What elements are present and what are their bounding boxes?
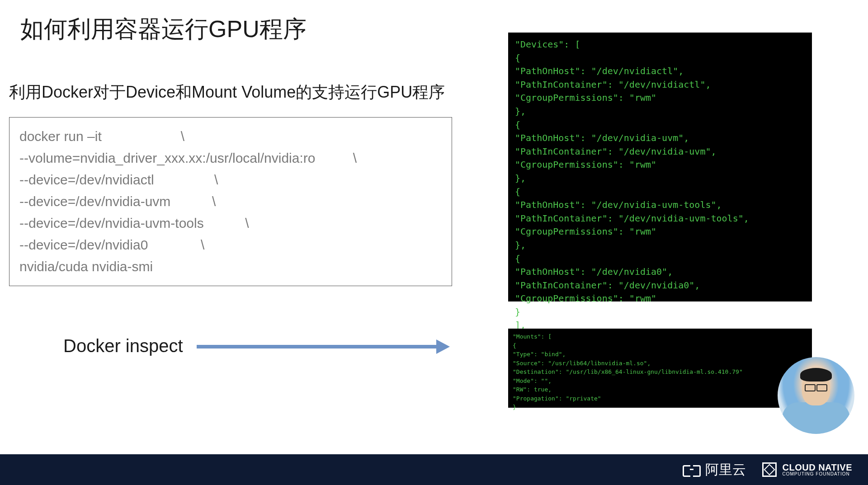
term-line: { <box>515 52 805 65</box>
cmd-line-5: --device=/dev/nvidia-uvm-tools \ <box>19 212 442 234</box>
term-line: }, <box>515 239 805 252</box>
term-line: "Devices": [ <box>515 38 805 52</box>
term-line: "CgroupPermissions": "rwm" <box>515 292 805 306</box>
docker-inspect-label: Docker inspect <box>63 336 183 356</box>
term-line: "PathInContainer": "/dev/nvidia0", <box>515 279 805 292</box>
cncf-logo: CLOUD NATIVE COMPUTING FOUNDATION <box>762 462 852 477</box>
left-column: 利用Docker对于Device和Mount Volume的支持运行GPU程序 … <box>9 81 479 356</box>
arrow-icon <box>197 339 450 353</box>
terminal-devices-output: "Devices": [ { "PathOnHost": "/dev/nvidi… <box>508 33 812 301</box>
term-line: }, <box>515 105 805 118</box>
docker-run-command-box: docker run –it \ --volume=nvidia_driver_… <box>9 117 452 286</box>
term-line: "CgroupPermissions": "rwm" <box>515 158 805 172</box>
terminal-mounts-output: "Mounts": [ { "Type": "bind", "Source": … <box>508 329 812 408</box>
cmd-line-1: docker run –it \ <box>19 126 442 147</box>
term-line: }, <box>515 172 805 185</box>
aliyun-logo: 阿里云 <box>683 461 746 479</box>
term-line: "PathOnHost": "/dev/nvidia-uvm", <box>515 132 805 145</box>
cmd-line-6: --device=/dev/nvidia0 \ <box>19 234 442 256</box>
cmd-line-3: --device=/dev/nvidiactl \ <box>19 169 442 191</box>
docker-inspect-row: Docker inspect <box>9 336 479 356</box>
term-line: "Mounts": [ <box>513 332 807 341</box>
term-line: { <box>515 185 805 199</box>
term-line: } <box>513 403 807 412</box>
term-line: "Type": "bind", <box>513 350 807 359</box>
aliyun-bracket-icon <box>683 463 701 476</box>
term-line: "CgroupPermissions": "rwm" <box>515 91 805 105</box>
term-line: "PathOnHost": "/dev/nvidiactl", <box>515 65 805 78</box>
term-line: "Source": "/usr/lib64/libnvidia-ml.so", <box>513 359 807 368</box>
slide-subtitle: 利用Docker对于Device和Mount Volume的支持运行GPU程序 <box>9 81 479 104</box>
term-line: "PathOnHost": "/dev/nvidia0", <box>515 265 805 279</box>
cmd-line-4: --device=/dev/nvidia-uvm \ <box>19 191 442 212</box>
term-line: "CgroupPermissions": "rwm" <box>515 225 805 239</box>
footer-bar: 阿里云 CLOUD NATIVE COMPUTING FOUNDATION <box>0 454 868 485</box>
term-line: { <box>515 118 805 132</box>
term-line: "PathOnHost": "/dev/nvidia-uvm-tools", <box>515 198 805 212</box>
aliyun-text: 阿里云 <box>705 461 746 479</box>
term-line: "PathInContainer": "/dev/nvidia-uvm-tool… <box>515 212 805 226</box>
term-line: } <box>515 306 805 319</box>
term-line: "Destination": "/usr/lib/x86_64-linux-gn… <box>513 367 807 377</box>
cmd-line-7: nvidia/cuda nvidia-smi <box>19 256 442 278</box>
cmd-line-2: --volume=nvidia_driver_xxx.xx:/usr/local… <box>19 147 442 169</box>
term-line: "Propagation": "rprivate" <box>513 394 807 403</box>
cncf-line1: CLOUD NATIVE <box>782 463 852 472</box>
cncf-box-icon <box>762 462 777 477</box>
cncf-line2: COMPUTING FOUNDATION <box>782 472 852 476</box>
term-line: { <box>513 341 807 350</box>
term-line: "Mode": "", <box>513 377 807 386</box>
term-line: { <box>515 252 805 266</box>
term-line: "RW": true, <box>513 385 807 394</box>
term-line: "PathInContainer": "/dev/nvidia-uvm", <box>515 145 805 159</box>
presenter-avatar <box>778 357 854 434</box>
term-line: "PathInContainer": "/dev/nvidiactl", <box>515 78 805 92</box>
